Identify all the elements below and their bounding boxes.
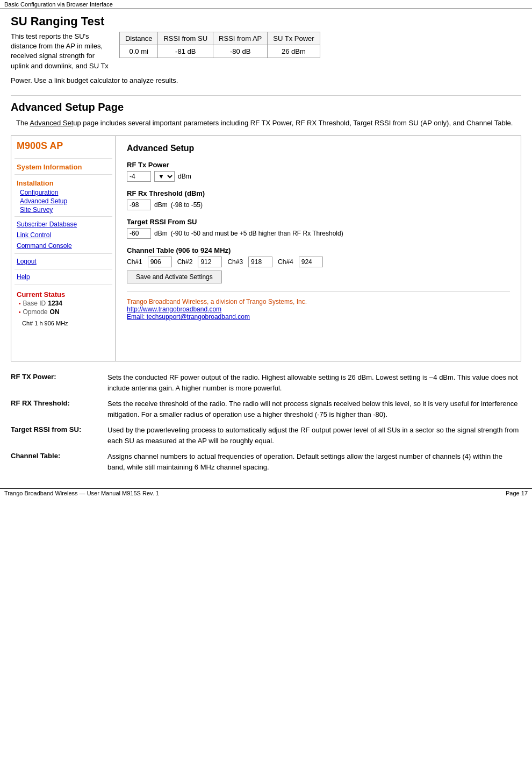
- trango-email[interactable]: Email: techsupport@trangobroadband.com: [127, 313, 510, 321]
- footer-left: Trango Broadband Wireless — User Manual …: [4, 490, 159, 496]
- rf-rx-threshold-input[interactable]: [127, 200, 151, 210]
- trango-url[interactable]: http://www.trangobroadband.com: [127, 305, 510, 313]
- sidebar-link-configuration[interactable]: Configuration: [11, 188, 116, 197]
- ch3-label: Ch#3: [227, 258, 243, 266]
- ranging-test-title: SU Ranging Test: [11, 15, 521, 29]
- trango-info: Trango Broadband Wireless, a division of…: [127, 298, 510, 321]
- sidebar-link-help[interactable]: Help: [11, 272, 116, 282]
- page-header: Basic Configuration via Browser Interfac…: [0, 0, 532, 9]
- descriptions-section: RF TX Power: Sets the conducted RF power…: [11, 372, 521, 472]
- main-panel: Advanced Setup RF Tx Power ▼ dBm RF Rx T…: [116, 136, 521, 361]
- channel-table-row: Ch#1 Ch#2 Ch#3 Ch#4: [127, 257, 510, 267]
- rf-tx-power-row: ▼ dBm: [127, 171, 510, 182]
- page-footer: Trango Broadband Wireless — User Manual …: [0, 488, 532, 497]
- sidebar-system-info-label[interactable]: System Information: [11, 161, 116, 172]
- ranging-val-rssi-su: -81 dB: [158, 45, 213, 58]
- advanced-set-link[interactable]: Advanced Set: [30, 119, 73, 127]
- header-left: Basic Configuration via Browser Interfac…: [4, 1, 113, 8]
- opmode-value: ON: [50, 308, 60, 316]
- ranging-test-note: Power. Use a link budget calculator to a…: [11, 76, 521, 84]
- desc-channel-table: Channel Table: Assigns channel numbers t…: [11, 451, 521, 472]
- desc-rf-rx-threshold: RF RX Threshold: Sets the receive thresh…: [11, 399, 521, 420]
- save-activate-button[interactable]: Save and Activate Settings: [127, 271, 222, 283]
- rf-rx-threshold-label: RF Rx Threshold (dBm): [127, 189, 510, 197]
- sidebar-logo: M900S AP: [11, 136, 116, 156]
- ranging-col-tx-power: SU Tx Power: [268, 32, 320, 45]
- ranging-val-tx-power: 26 dBm: [268, 45, 320, 58]
- sidebar-link-command-console[interactable]: Command Console: [11, 240, 116, 251]
- sidebar-link-site-survey[interactable]: Site Survey: [11, 205, 116, 214]
- target-rssi-group: Target RSSI From SU dBm (-90 to -50 and …: [127, 218, 510, 239]
- sidebar-divider-3: [15, 253, 112, 254]
- sidebar-installation-label[interactable]: Installation: [11, 177, 116, 188]
- desc-term-channel-table: Channel Table:: [11, 451, 97, 460]
- target-rssi-row: dBm (-90 to -50 and must be +5 dB higher…: [127, 228, 510, 239]
- rf-tx-power-unit: dBm: [178, 173, 191, 180]
- sidebar-divider-5: [15, 285, 112, 285]
- ranging-desc-line4: uplink and downlink, and SU Tx: [11, 62, 109, 70]
- desc-def-rf-tx-power: Sets the conducted RF power output of th…: [107, 372, 521, 393]
- sidebar: M900S AP System Information Installation…: [11, 136, 116, 361]
- ranging-col-distance: Distance: [119, 32, 158, 45]
- rf-tx-power-input[interactable]: [127, 171, 151, 182]
- desc-def-target-rssi: Used by the powerleveling process to aut…: [107, 425, 521, 446]
- ch4-label: Ch#4: [278, 258, 293, 266]
- rf-tx-power-label: RF Tx Power: [127, 161, 510, 169]
- footer-right: Page 17: [506, 490, 528, 496]
- ranging-test-description: This test reports the SU's distance from…: [11, 32, 109, 71]
- panel-divider: [127, 291, 510, 291]
- sidebar-logo-divider: [15, 158, 112, 159]
- sidebar-link-link-control[interactable]: Link Control: [11, 230, 116, 240]
- bullet-opmode: •: [19, 309, 21, 315]
- desc-def-channel-table: Assigns channel numbers to actual freque…: [107, 451, 521, 472]
- current-status-title: Current Status: [17, 290, 110, 298]
- section-divider-1: [11, 95, 521, 96]
- ranging-val-rssi-ap: -80 dB: [213, 45, 268, 58]
- sidebar-link-subscriber-database[interactable]: Subscriber Database: [11, 219, 116, 230]
- ch1-input[interactable]: [148, 257, 172, 267]
- ranging-desc-line1: This test reports the SU's: [11, 32, 89, 40]
- target-rssi-label: Target RSSI From SU: [127, 218, 510, 226]
- ranging-test-layout: This test reports the SU's distance from…: [11, 32, 521, 71]
- panel-title: Advanced Setup: [127, 144, 510, 153]
- intro-suffix: up page includes several important param…: [73, 119, 513, 127]
- current-status-section: Current Status • Base ID 1234 • Opmode O…: [11, 287, 116, 332]
- desc-term-rf-rx-threshold: RF RX Threshold:: [11, 399, 97, 407]
- desc-rf-tx-power: RF TX Power: Sets the conducted RF power…: [11, 372, 521, 393]
- base-id-value: 1234: [48, 300, 62, 307]
- advanced-setup-intro: The Advanced Setup page includes several…: [11, 118, 521, 129]
- trango-company: Trango Broadband Wireless, a division of…: [127, 298, 510, 305]
- status-opmode: • Opmode ON: [17, 308, 110, 316]
- sidebar-divider-2: [15, 216, 112, 217]
- ranging-col-rssi-ap: RSSI from AP: [213, 32, 268, 45]
- rf-rx-threshold-range: (-98 to -55): [171, 201, 203, 209]
- sidebar-link-advanced-setup[interactable]: Advanced Setup: [11, 197, 116, 205]
- target-rssi-description: (-90 to -50 and must be +5 dB higher tha…: [171, 230, 343, 237]
- desc-def-rf-rx-threshold: Sets the receive threshold of the radio.…: [107, 399, 521, 420]
- intro-prefix: The: [16, 119, 30, 127]
- ranging-table: Distance RSSI from SU RSSI from AP SU Tx…: [119, 32, 320, 58]
- sidebar-link-logout[interactable]: Logout: [11, 256, 116, 267]
- ranging-desc-line2: distance from the AP in miles,: [11, 42, 103, 50]
- ranging-desc-line3: received signal strength for: [11, 52, 95, 60]
- ch4-input[interactable]: [299, 257, 323, 267]
- channel-display: Ch# 1 h 906 MHz: [17, 318, 110, 329]
- ch3-input[interactable]: [248, 257, 272, 267]
- ch2-label: Ch#2: [177, 258, 193, 266]
- desc-term-rf-tx-power: RF TX Power:: [11, 372, 97, 381]
- sidebar-divider-4: [15, 269, 112, 269]
- rf-tx-power-group: RF Tx Power ▼ dBm: [127, 161, 510, 182]
- channel-table-label: Channel Table (906 to 924 MHz): [127, 246, 510, 254]
- advanced-setup-heading: Advanced Setup Page: [11, 101, 521, 113]
- ch2-input[interactable]: [198, 257, 222, 267]
- rf-rx-threshold-group: RF Rx Threshold (dBm) dBm (-98 to -55): [127, 189, 510, 210]
- target-rssi-input[interactable]: [127, 228, 151, 239]
- channel-table-group: Channel Table (906 to 924 MHz) Ch#1 Ch#2…: [127, 246, 510, 283]
- base-id-label: Base ID: [23, 300, 46, 307]
- ranging-val-distance: 0.0 mi: [119, 45, 158, 58]
- sidebar-divider-1: [15, 174, 112, 175]
- rf-rx-threshold-row: dBm (-98 to -55): [127, 200, 510, 210]
- target-rssi-unit: dBm: [154, 230, 168, 237]
- status-base-id: • Base ID 1234: [17, 300, 110, 307]
- rf-tx-power-select[interactable]: ▼: [154, 171, 175, 182]
